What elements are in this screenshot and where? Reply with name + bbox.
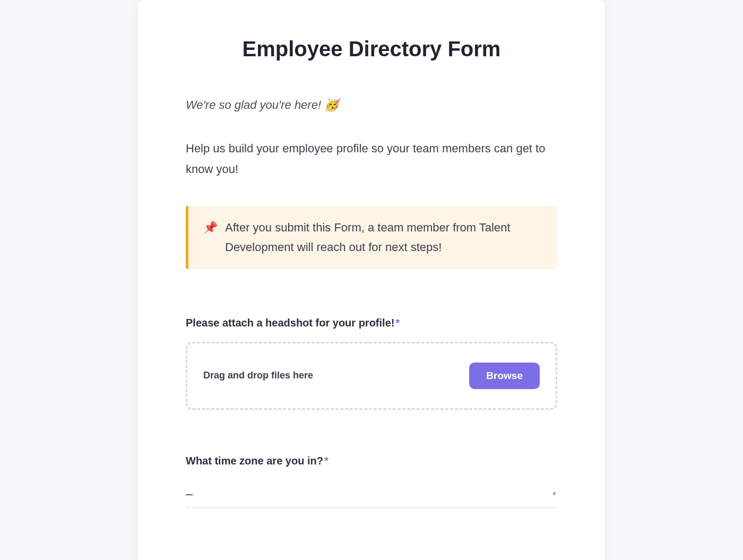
intro-greeting: We're so glad you're here! 🥳 [186, 98, 557, 112]
pushpin-icon: 📌 [203, 219, 218, 236]
dropzone-text: Drag and drop files here [203, 370, 313, 381]
headshot-label-text: Please attach a headshot for your profil… [186, 317, 394, 329]
headshot-field-group: Please attach a headshot for your profil… [186, 317, 557, 410]
timezone-field-group: What time zone are you in?* – ▼ [186, 455, 557, 508]
headshot-label: Please attach a headshot for your profil… [186, 317, 557, 329]
file-dropzone[interactable]: Drag and drop files here Browse [186, 342, 557, 410]
timezone-selected-value: – [186, 487, 193, 500]
timezone-label-text: What time zone are you in? [186, 455, 323, 467]
required-asterisk: * [395, 317, 400, 329]
callout-text: After you submit this Form, a team membe… [225, 218, 542, 257]
intro-help-text: Help us build your employee profile so y… [186, 139, 557, 179]
chevron-down-icon: ▼ [551, 490, 557, 497]
browse-button[interactable]: Browse [469, 363, 540, 389]
required-asterisk: * [324, 455, 329, 467]
timezone-label: What time zone are you in?* [186, 455, 557, 467]
form-card: Employee Directory Form We're so glad yo… [138, 0, 605, 560]
page-title: Employee Directory Form [186, 37, 557, 61]
callout-inner: 📌 After you submit this Form, a team mem… [203, 218, 542, 257]
timezone-select[interactable]: – ▼ [186, 480, 557, 508]
info-callout: 📌 After you submit this Form, a team mem… [186, 206, 557, 269]
